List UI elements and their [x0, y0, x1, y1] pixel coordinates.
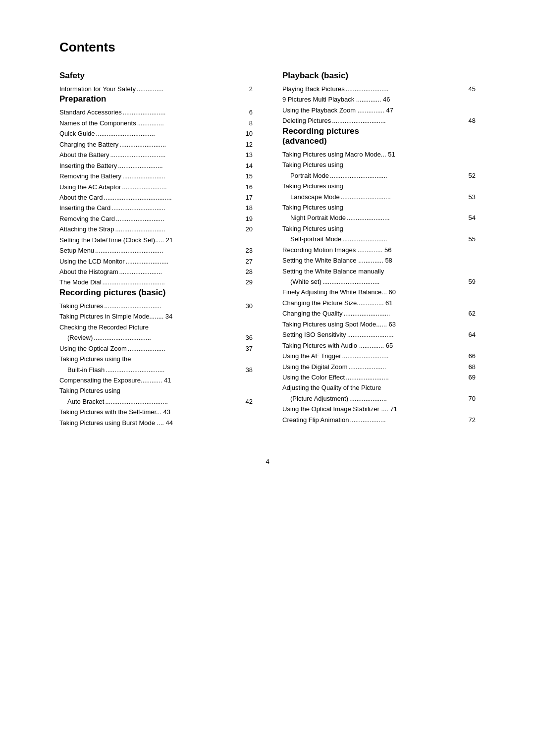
- toc-item: Taking Pictures using: [59, 385, 253, 396]
- left-column: Safety Information for Your Safety .....…: [59, 71, 253, 428]
- section-playback-basic: Playback (basic) Playing Back Pictures .…: [282, 71, 476, 126]
- toc-item: Taking Pictures ........................…: [59, 301, 253, 311]
- toc-item: Using the Digital Zoom .................…: [282, 362, 476, 372]
- toc-item: Taking Pictures using: [282, 202, 476, 213]
- toc-item: Removing the Card ......................…: [59, 214, 253, 224]
- toc-item: Taking Pictures using: [282, 160, 476, 170]
- toc-item: Setting ISO Sensitivity ................…: [282, 329, 476, 340]
- page-title: Contents: [59, 40, 476, 55]
- toc-item: Standard Accessories ...................…: [59, 107, 253, 117]
- toc-item: Charging the Battery ...................…: [59, 139, 253, 150]
- toc-item: About the Battery ......................…: [59, 150, 253, 160]
- toc-item: Landscape Mode .........................…: [282, 192, 476, 202]
- toc-item: (Review) ...............................…: [59, 332, 253, 343]
- section-heading-recording-basic: Recording pictures (basic): [59, 288, 253, 298]
- toc-item: Checking the Recorded Picture: [59, 322, 253, 332]
- toc-item: Taking Pictures using Burst Mode .... 44: [59, 418, 253, 428]
- right-column: Playback (basic) Playing Back Pictures .…: [282, 71, 476, 425]
- toc-item: Taking Pictures in Simple Mode........ 3…: [59, 311, 253, 322]
- toc-item: The Mode Dial ..........................…: [59, 277, 253, 287]
- toc-item: Taking Pictures using the: [59, 354, 253, 364]
- toc-item: Inserting the Card .....................…: [59, 203, 253, 213]
- toc-item: Deleting Pictures ......................…: [282, 115, 476, 126]
- toc-item: Auto Bracket ...........................…: [59, 396, 253, 407]
- toc-item: Using the LCD Monitor ..................…: [59, 256, 253, 267]
- toc-item: Playing Back Pictures ..................…: [282, 84, 476, 94]
- toc-item: (White set) ............................…: [282, 276, 476, 287]
- toc-item: Removing the Battery ...................…: [59, 171, 253, 181]
- toc-item: Compensating the Exposure............ 41: [59, 375, 253, 385]
- section-recording-advanced: Recording pictures(advanced) Taking Pict…: [282, 126, 476, 425]
- toc-item: Taking Pictures using: [282, 181, 476, 191]
- toc-item: Names of the Components ............... …: [59, 118, 253, 128]
- section-heading-preparation: Preparation: [59, 94, 253, 104]
- toc-item: Information for Your Safety ............…: [59, 84, 253, 94]
- toc-item: Taking Pictures with the Self-timer... 4…: [59, 407, 253, 417]
- toc-item: Attaching the Strap ....................…: [59, 224, 253, 234]
- toc-item: Creating Flip Animation ................…: [282, 415, 476, 425]
- toc-item: Taking Pictures using Macro Mode... 51: [282, 149, 476, 160]
- toc-item: Using the Optical Zoom .................…: [59, 343, 253, 354]
- toc-item: Quick Guide ............................…: [59, 128, 253, 139]
- toc-item: Finely Adjusting the White Balance... 60: [282, 287, 476, 297]
- toc-item: Recording Motion Images .............. 5…: [282, 245, 476, 255]
- page-number: 4: [59, 458, 476, 465]
- toc-item: Taking Pictures using Spot Mode...... 63: [282, 319, 476, 329]
- toc-item: Using the AF Trigger ...................…: [282, 351, 476, 361]
- toc-item: Self-portrait Mode .....................…: [282, 234, 476, 244]
- toc-item: Setting the White Balance manually: [282, 266, 476, 276]
- toc-item: Using the Optical Image Stabilizer .... …: [282, 404, 476, 414]
- toc-item: Changing the Quality ...................…: [282, 308, 476, 319]
- two-column-layout: Safety Information for Your Safety .....…: [59, 71, 476, 428]
- toc-item: About the Card .........................…: [59, 192, 253, 203]
- toc-item: 9 Pictures Multi Playback ..............…: [282, 94, 476, 105]
- section-recording-basic: Recording pictures (basic) Taking Pictur…: [59, 288, 253, 428]
- section-heading-playback-basic: Playback (basic): [282, 71, 476, 81]
- toc-item: Using the Color Effect .................…: [282, 372, 476, 382]
- toc-item: Adjusting the Quality of the Picture: [282, 382, 476, 393]
- toc-item: Using the AC Adaptor ...................…: [59, 182, 253, 192]
- toc-item: Taking Pictures with Audio .............…: [282, 340, 476, 351]
- toc-item: Taking Pictures using: [282, 223, 476, 234]
- toc-item: Portrait Mode ..........................…: [282, 170, 476, 181]
- section-preparation: Preparation Standard Accessories .......…: [59, 94, 253, 287]
- toc-item: (Picture Adjustment) ...................…: [282, 393, 476, 404]
- toc-item: Inserting the Battery ..................…: [59, 161, 253, 171]
- toc-item: Night Portrait Mode ....................…: [282, 213, 476, 223]
- toc-item: About the Histogram ....................…: [59, 267, 253, 277]
- toc-item: Setup Menu .............................…: [59, 245, 253, 256]
- toc-item: Setting the White Balance ..............…: [282, 255, 476, 266]
- toc-item: Using the Playback Zoom ............... …: [282, 105, 476, 115]
- section-heading-recording-advanced: Recording pictures(advanced): [282, 126, 476, 146]
- toc-item: Changing the Picture Size...............…: [282, 298, 476, 308]
- toc-item: Setting the Date/Time (Clock Set)..... 2…: [59, 235, 253, 245]
- section-safety: Safety Information for Your Safety .....…: [59, 71, 253, 94]
- section-heading-safety: Safety: [59, 71, 253, 81]
- toc-item: Built-in Flash .........................…: [59, 365, 253, 375]
- page: Contents Safety Information for Your Saf…: [0, 0, 535, 756]
